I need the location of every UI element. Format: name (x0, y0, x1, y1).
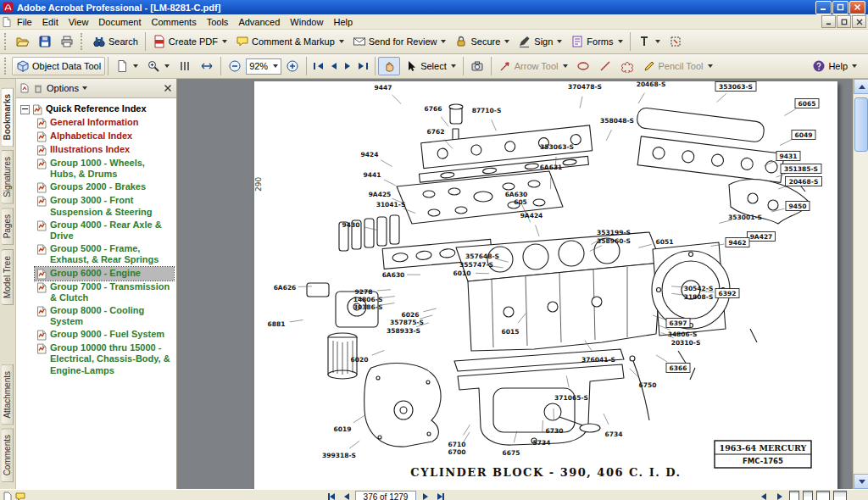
bookmark-item[interactable]: Alphabetical Index (35, 130, 174, 143)
bookmark-item[interactable]: General Information (35, 116, 174, 130)
forms-button[interactable]: Forms (566, 32, 626, 51)
toolbar-grip[interactable] (81, 33, 86, 50)
tab-comments[interactable]: Comments (2, 428, 14, 482)
menu-tools[interactable]: Tools (202, 16, 234, 28)
document-pane[interactable]: 9447370478-S20468-S353063-S676687710-S60… (177, 79, 868, 489)
select-tool-button[interactable]: Select (400, 57, 460, 75)
first-page-nav-button[interactable] (325, 492, 337, 500)
dropdown-arrow-icon (222, 40, 227, 43)
split-view-button[interactable] (174, 57, 196, 75)
toolbar-grip[interactable] (4, 33, 9, 50)
object-data-tool-button[interactable]: Object Data Tool (12, 57, 105, 75)
create-pdf-button[interactable]: Create PDF (148, 32, 231, 51)
bookmark-item[interactable]: Group 8000 - Cooling System (35, 304, 174, 328)
arrow-tool-button[interactable]: Arrow Tool (494, 57, 572, 75)
sign-button[interactable]: Sign (514, 32, 566, 51)
mdi-restore-button[interactable] (837, 15, 851, 28)
page-status-icon[interactable] (3, 492, 13, 500)
open-button[interactable] (12, 32, 34, 51)
scrollbar-thumb[interactable] (854, 97, 868, 152)
scroll-down-button[interactable] (854, 474, 868, 489)
next-page-button[interactable] (341, 60, 354, 72)
bookmark-item[interactable]: Group 4000 - Rear Axle & Drive (35, 219, 174, 242)
pdf-page[interactable]: 9447370478-S20468-S353063-S676687710-S60… (254, 81, 837, 489)
delete-bookmark-icon[interactable] (33, 83, 43, 93)
secure-button[interactable]: Secure (450, 32, 514, 51)
page-display-button[interactable] (111, 57, 142, 75)
zoom-level-combobox[interactable]: 92% (246, 58, 281, 75)
mdi-close-button[interactable] (852, 15, 866, 28)
comments-status-icon[interactable] (15, 492, 25, 500)
part-number: 9462 (729, 239, 747, 247)
next-view-button[interactable] (773, 492, 786, 500)
bookmark-root[interactable]: Quick Reference Index (20, 103, 174, 116)
tab-pages[interactable]: Pages (2, 208, 14, 245)
send-for-review-button[interactable]: Send for Review (348, 32, 451, 51)
oval-tool-button[interactable] (572, 57, 594, 75)
tab-signatures[interactable]: Signatures (2, 150, 14, 204)
bookmark-item[interactable]: Group 3000 - Front Suspension & Steering (35, 194, 174, 218)
pencil-tool-button[interactable]: Pencil Tool (638, 57, 717, 75)
bookmark-item[interactable]: Group 5000 - Frame, Exhaust, & Rear Spri… (35, 242, 174, 266)
touchup-text-button[interactable] (633, 32, 665, 51)
tab-model-tree[interactable]: Model Tree (2, 249, 14, 305)
next-page-nav-button[interactable] (419, 492, 431, 500)
zoom-in-button[interactable] (281, 57, 303, 75)
close-panel-icon[interactable] (163, 83, 173, 93)
collapse-expander-icon[interactable] (20, 105, 30, 114)
minimize-button[interactable] (815, 1, 832, 14)
bookmark-item[interactable]: Group 9000 - Fuel System (35, 328, 174, 342)
bookmark-item[interactable]: Groups 2000 - Brakes (35, 181, 174, 194)
options-menu-button[interactable]: Options (47, 83, 87, 93)
comment-markup-button[interactable]: Comment & Markup (231, 32, 348, 51)
menu-edit[interactable]: Edit (37, 16, 64, 28)
cloud-tool-button[interactable] (616, 57, 638, 75)
mdi-minimize-button[interactable] (821, 15, 836, 28)
previous-view-button[interactable] (757, 492, 770, 500)
toolbar-grip[interactable] (4, 58, 9, 75)
page-number-field[interactable]: 376 of 1279 (355, 491, 416, 500)
search-button[interactable]: Search (88, 32, 142, 51)
previous-page-nav-button[interactable] (340, 492, 353, 500)
first-page-button[interactable] (309, 60, 327, 72)
new-bookmark-icon[interactable] (19, 83, 30, 93)
part-number: 14806-S (353, 296, 383, 303)
close-button[interactable] (849, 1, 865, 14)
touchup-object-button[interactable] (665, 32, 687, 51)
hand-tool-button[interactable] (378, 57, 400, 75)
part-number: 351385-S (784, 165, 818, 173)
snapshot-tool-button[interactable] (466, 57, 488, 75)
menu-document[interactable]: Document (93, 16, 146, 28)
last-page-button[interactable] (354, 60, 372, 72)
print-button[interactable] (56, 32, 78, 51)
line-tool-button[interactable] (594, 57, 616, 75)
bookmark-item[interactable]: Group 7000 - Transmission & Clutch (35, 281, 174, 304)
restore-button[interactable] (832, 1, 849, 14)
menu-help[interactable]: Help (328, 16, 358, 28)
help-button[interactable]: Help (808, 57, 861, 75)
menu-advanced[interactable]: Advanced (233, 16, 285, 28)
zoom-out-button[interactable] (224, 57, 246, 75)
bookmark-item[interactable]: Illustrations Index (35, 143, 174, 157)
fit-width-button[interactable] (196, 57, 218, 75)
facing-view-button[interactable] (816, 491, 830, 500)
bookmark-item[interactable]: Group 1000 - Wheels, Hubs, & Drums (35, 157, 174, 181)
continuous-facing-view-button[interactable] (833, 491, 847, 500)
menu-comments[interactable]: Comments (147, 16, 202, 28)
previous-page-button[interactable] (327, 60, 341, 72)
single-page-view-button[interactable] (789, 491, 799, 500)
tab-attachments[interactable]: Attachments (2, 364, 14, 425)
vertical-scrollbar[interactable] (853, 79, 868, 489)
bookmark-item[interactable]: Group 6000 - Engine (35, 267, 174, 281)
last-page-nav-button[interactable] (434, 492, 447, 500)
save-button[interactable] (34, 32, 56, 51)
menu-file[interactable]: File (12, 16, 37, 28)
continuous-view-button[interactable] (803, 491, 813, 500)
toolbar-separator (630, 32, 631, 51)
tab-bookmarks[interactable]: Bookmarks (2, 87, 14, 147)
zoom-tool-button[interactable] (142, 57, 174, 75)
bookmark-item[interactable]: Group 10000 thru 15000 - Electrical, Cha… (35, 342, 174, 377)
scroll-up-button[interactable] (854, 79, 868, 94)
menu-window[interactable]: Window (285, 16, 328, 28)
menu-view[interactable]: View (64, 16, 94, 28)
